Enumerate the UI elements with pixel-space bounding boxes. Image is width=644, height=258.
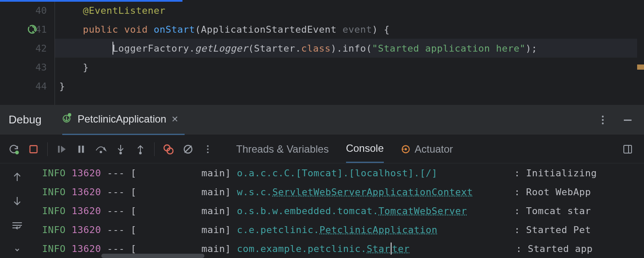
code-token: getLogger xyxy=(195,43,248,54)
code-token: . xyxy=(189,43,195,54)
log-pid: 13620 xyxy=(72,243,101,254)
svg-point-2 xyxy=(68,113,71,117)
code-token: } xyxy=(59,81,65,92)
code-token: "Started application here" xyxy=(372,43,526,54)
step-over-button[interactable] xyxy=(92,141,109,158)
tab-threads-variables[interactable]: Threads & Variables xyxy=(236,135,329,163)
console-output[interactable]: INFO 13620 --- [ main] o.a.c.c.C.[Tomcat… xyxy=(34,163,644,258)
code-line[interactable]: } xyxy=(55,77,644,95)
console-sidebar xyxy=(0,163,34,258)
log-message: Tomcat star xyxy=(526,206,591,216)
line-number: 44 xyxy=(30,81,47,92)
code-line[interactable]: } xyxy=(55,58,644,77)
scroll-to-top-button[interactable] xyxy=(9,169,26,185)
horizontal-scrollbar[interactable] xyxy=(101,254,204,258)
debug-title: Debug xyxy=(9,113,42,126)
text-cursor xyxy=(391,243,392,255)
minimap-marker[interactable] xyxy=(637,64,644,70)
code-line[interactable]: @EventListener xyxy=(55,1,644,20)
svg-rect-25 xyxy=(624,145,632,153)
svg-point-7 xyxy=(15,150,19,154)
log-thread: main xyxy=(137,168,225,178)
svg-rect-10 xyxy=(79,145,81,153)
step-out-button[interactable] xyxy=(132,141,149,158)
tab-console[interactable]: Console xyxy=(346,135,384,163)
code-token: ( xyxy=(195,24,201,35)
close-icon[interactable]: ✕ xyxy=(171,114,179,124)
log-logger: c.e.petclinic. xyxy=(237,224,319,235)
log-pid: 13620 xyxy=(72,187,101,197)
code-token: event xyxy=(343,24,372,35)
tab-actuator[interactable]: Actuator xyxy=(401,135,453,163)
layout-settings-button[interactable] xyxy=(619,141,636,158)
gutter-line[interactable]: 42 xyxy=(0,39,55,58)
log-message: Started Pet xyxy=(526,224,591,235)
debug-run-tab-label: PetclinicApplication xyxy=(78,113,167,125)
log-thread: main xyxy=(137,224,225,235)
minimap[interactable] xyxy=(637,0,644,105)
step-into-button[interactable] xyxy=(112,141,129,158)
stop-button[interactable] xyxy=(25,141,42,158)
svg-point-5 xyxy=(602,122,604,124)
code-editor[interactable]: 4041424344 @EventListener public void on… xyxy=(0,0,644,105)
log-level: INFO xyxy=(42,168,66,178)
code-area[interactable]: @EventListener public void onStart(Appli… xyxy=(55,0,644,105)
code-token: ); xyxy=(526,43,538,54)
editor-gutter: 4041424344 xyxy=(0,0,55,105)
mute-breakpoints-button[interactable] xyxy=(179,141,197,158)
soft-wrap-button[interactable] xyxy=(9,217,26,234)
more-vertical-icon[interactable] xyxy=(597,114,609,126)
pause-button[interactable] xyxy=(73,141,90,158)
more-vertical-icon[interactable] xyxy=(199,141,216,158)
console-line[interactable]: INFO 13620 --- [ main] c.e.petclinic.Pet… xyxy=(42,220,644,239)
log-thread: main xyxy=(137,243,225,254)
svg-point-3 xyxy=(602,115,604,117)
code-line[interactable]: LoggerFactory.getLogger(Starter.class).i… xyxy=(55,39,644,58)
log-message: Initializing xyxy=(526,168,597,178)
code-token: public xyxy=(83,24,124,35)
log-pid: 13620 xyxy=(72,168,101,178)
rerun-button[interactable] xyxy=(5,141,22,158)
loading-progress-bar xyxy=(0,0,182,2)
console-line[interactable]: INFO 13620 --- [ main] o.s.b.w.embedded.… xyxy=(42,201,644,220)
console-panel: INFO 13620 --- [ main] o.a.c.c.C.[Tomcat… xyxy=(0,163,644,258)
log-pid: 13620 xyxy=(72,206,101,216)
line-number: 43 xyxy=(30,62,47,73)
log-pid: 13620 xyxy=(72,224,101,235)
svg-rect-9 xyxy=(58,146,60,153)
toolbar-separator xyxy=(47,142,48,156)
log-level: INFO xyxy=(42,187,66,197)
log-thread: main xyxy=(137,187,225,197)
minimize-icon[interactable] xyxy=(622,114,634,126)
tab-actuator-label: Actuator xyxy=(415,143,453,155)
code-token: @EventListener xyxy=(83,5,165,16)
gutter-line[interactable]: 41 xyxy=(0,20,55,39)
code-line[interactable]: public void onStart(ApplicationStartedEv… xyxy=(55,20,644,39)
svg-rect-8 xyxy=(30,145,37,153)
run-config-icon xyxy=(62,113,73,126)
gutter-line[interactable]: 43 xyxy=(0,58,55,77)
code-token: void xyxy=(124,24,154,35)
resume-button[interactable] xyxy=(53,141,70,158)
log-level: INFO xyxy=(42,224,66,235)
svg-rect-11 xyxy=(82,145,84,153)
scroll-to-bottom-button[interactable] xyxy=(9,193,26,210)
log-logger: o.s.b.w.embedded.tomcat. xyxy=(237,206,379,216)
gutter-line[interactable]: 40 xyxy=(0,1,55,20)
view-breakpoints-button[interactable] xyxy=(160,141,177,158)
line-number: 40 xyxy=(30,5,47,16)
run-gutter-icon[interactable] xyxy=(27,24,38,35)
svg-point-23 xyxy=(404,148,407,150)
log-thread: main xyxy=(137,206,225,216)
log-level: INFO xyxy=(42,243,66,254)
gutter-line[interactable]: 44 xyxy=(0,77,55,95)
console-line[interactable]: INFO 13620 --- [ main] o.a.c.c.C.[Tomcat… xyxy=(42,163,644,182)
expand-icon[interactable] xyxy=(9,242,26,258)
code-token: (Starter. xyxy=(248,43,301,54)
code-token: ) { xyxy=(372,24,390,35)
toolbar-separator xyxy=(154,142,155,156)
log-level: INFO xyxy=(42,206,66,216)
console-line[interactable]: INFO 13620 --- [ main] w.s.c.ServletWebS… xyxy=(42,182,644,201)
svg-point-4 xyxy=(602,119,604,120)
debug-run-tab[interactable]: PetclinicApplication ✕ xyxy=(62,105,185,135)
